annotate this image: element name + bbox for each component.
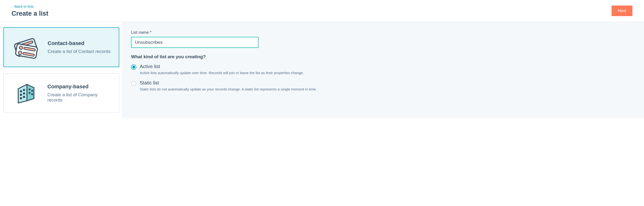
card-subtitle: Create a list of Contact records [48,49,110,54]
list-type-sidebar: Contact-based Create a list of Contact r… [0,22,123,118]
list-name-label: List name * [131,30,636,35]
svg-rect-17 [23,96,25,98]
card-title: Contact-based [48,40,110,47]
svg-marker-11 [27,84,34,101]
next-button[interactable]: Next [612,6,632,16]
radio-input-active[interactable] [131,65,136,70]
svg-rect-13 [23,89,25,91]
radio-text: Static list Static lists do not automati… [140,80,317,91]
svg-point-6 [19,46,23,50]
svg-point-8 [18,51,22,55]
svg-rect-18 [28,89,30,90]
body: Contact-based Create a list of Contact r… [0,22,644,118]
svg-rect-14 [20,94,22,96]
svg-rect-12 [20,90,22,92]
radio-active-list[interactable]: Active list Active lists automatically u… [131,64,636,75]
list-kind-question: What kind of list are you creating? [131,54,636,59]
back-link-label: Back to lists [14,4,34,9]
company-based-card[interactable]: Company-based Create a list of Company r… [3,73,119,113]
configuration-panel: List name * What kind of list are you cr… [123,22,644,118]
card-text: Contact-based Create a list of Contact r… [48,40,110,54]
svg-marker-10 [18,84,27,103]
card-subtitle: Create a list of Company records [47,92,112,103]
buildings-icon [10,80,39,106]
radio-input-static[interactable] [131,81,136,86]
radio-description: Active lists automatically update over t… [140,71,304,75]
radio-label: Active list [140,64,304,69]
radio-description: Static lists do not automatically update… [140,87,317,91]
card-text: Company-based Create a list of Company r… [47,84,112,103]
header-left: ‹ Back to lists Create a list [12,4,48,17]
radio-text: Active list Active lists automatically u… [140,64,304,75]
chevron-left-icon: ‹ [12,5,12,8]
page-header: ‹ Back to lists Create a list Next [0,0,644,22]
list-name-input[interactable] [131,37,258,48]
back-to-lists-link[interactable]: ‹ Back to lists [12,4,48,9]
svg-rect-16 [20,97,22,99]
svg-rect-20 [28,92,30,94]
contact-based-card[interactable]: Contact-based Create a list of Contact r… [3,27,119,67]
page-title: Create a list [12,10,48,17]
svg-rect-19 [31,90,33,91]
contact-cards-icon [10,34,40,60]
svg-rect-21 [31,93,33,95]
card-title: Company-based [47,84,112,90]
radio-label: Static list [140,80,317,86]
svg-rect-15 [23,92,25,94]
radio-static-list[interactable]: Static list Static lists do not automati… [131,80,636,91]
